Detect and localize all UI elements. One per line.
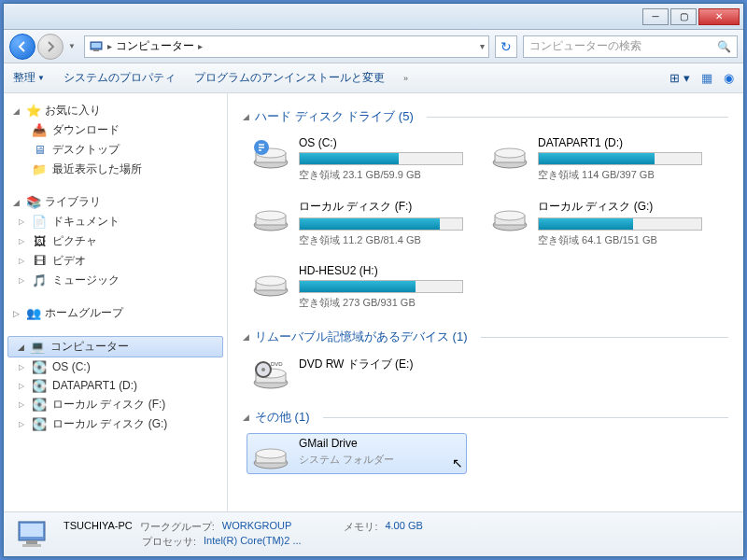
uninstall-programs-button[interactable]: プログラムのアンインストールと変更 [194,70,385,86]
sidebar-item-drive-f[interactable]: ▷ 💽 ローカル ディスク (F:) [4,395,227,414]
sidebar-item-documents[interactable]: ▷ 📄 ドキュメント [4,212,227,231]
svg-point-24 [261,368,265,371]
drive-capacity-bar [538,217,702,231]
drive-item[interactable]: HD-HESU2 (H:)空き領域 273 GB/931 GB [247,260,467,314]
music-icon: 🎵 [32,273,47,288]
drive-name: DVD RW ドライブ (E:) [299,357,463,372]
expand-icon: ▷ [19,257,24,265]
collapse-icon: ◢ [13,198,22,207]
search-placeholder: コンピューターの検索 [529,38,641,54]
drive-item[interactable]: OS (C:)空き領域 23.1 GB/59.9 GB [247,133,467,186]
titlebar: ─ ▢ ✕ [4,4,743,30]
sidebar-homegroup-header[interactable]: ▷ 👥 ホームグループ [4,303,227,323]
expand-icon: ▷ [19,420,24,428]
sidebar-computer-header[interactable]: ◢ 💻 コンピューター [7,336,223,357]
collapse-icon: ◢ [18,343,24,352]
drive-name: GMail Drive [299,437,444,450]
breadcrumb[interactable]: ▸ コンピューター ▸ ▾ [84,35,489,58]
details-pane: TSUCHIYA-PC ワークグループ: WORKGROUP メモリ: 4.00… [4,511,743,556]
maximize-button[interactable]: ▢ [670,8,697,25]
desktop-icon: 🖥 [32,143,47,158]
svg-point-18 [256,276,286,286]
expand-icon: ▷ [13,309,22,318]
hdd-icon [250,199,291,232]
history-dropdown[interactable]: ▼ [65,34,78,60]
sidebar-item-desktop[interactable]: 🖥 デスクトップ [4,140,227,160]
drive-space-text: 空き領域 273 GB/931 GB [299,296,463,310]
picture-icon: 🖼 [32,234,47,249]
drive-name: HD-HESU2 (H:) [299,264,463,277]
back-button[interactable] [9,34,35,60]
drive-item[interactable]: ローカル ディスク (F:)空き領域 11.2 GB/81.4 GB [247,195,467,251]
sidebar-item-recent[interactable]: 📁 最近表示した場所 [4,160,227,179]
drive-name: OS (C:) [299,136,463,149]
svg-point-15 [495,211,525,220]
drive-icon: 💽 [32,398,47,413]
main-content: ◢ ハード ディスク ドライブ (5) OS (C:)空き領域 23.1 GB/… [228,93,743,511]
sidebar-item-pictures[interactable]: ▷ 🖼 ピクチャ [4,231,227,251]
hdd-icon [250,136,291,170]
drive-capacity-bar [538,152,702,165]
drive-item[interactable]: DATAPART1 (D:)空き領域 114 GB/397 GB [486,133,706,186]
forward-button[interactable] [37,34,63,60]
drive-subtitle: システム フォルダー [299,453,444,467]
toolbar-chevron[interactable]: » [403,74,408,83]
minimize-button[interactable]: ─ [642,8,669,25]
hdd-icon [250,264,291,298]
drive-icon: 💽 [32,417,47,432]
sidebar-item-downloads[interactable]: 📥 ダウンロード [4,120,227,140]
expand-icon: ▷ [19,237,24,245]
sidebar-item-drive-g[interactable]: ▷ 💽 ローカル ディスク (G:) [4,414,227,434]
drive-icon [250,437,291,470]
sidebar: ◢ ⭐ お気に入り 📥 ダウンロード 🖥 デスクトップ 📁 最近表示した場所 [4,93,228,511]
collapse-icon: ◢ [13,106,22,116]
section-removable[interactable]: ◢ リムーバブル記憶域があるデバイス (1) [243,329,728,345]
close-button[interactable]: ✕ [698,8,740,25]
refresh-button[interactable]: ↻ [495,35,517,58]
collapse-icon: ◢ [243,332,249,342]
search-input[interactable]: コンピューターの検索 🔍 [523,35,738,58]
drive-space-text: 空き領域 64.1 GB/151 GB [538,233,702,247]
sidebar-libraries-header[interactable]: ◢ 📚 ライブラリ [4,192,227,212]
sidebar-item-drive-d[interactable]: ▷ 💽 DATAPART1 (D:) [4,376,227,395]
section-hdd[interactable]: ◢ ハード ディスク ドライブ (5) [243,108,728,125]
view-options-button[interactable]: ⊞ ▾ [669,71,690,85]
sidebar-item-videos[interactable]: ▷ 🎞 ビデオ [4,251,227,271]
svg-text:DVD: DVD [271,361,283,367]
drive-item[interactable]: DVDDVD RW ドライブ (E:) [247,353,467,394]
video-icon: 🎞 [32,254,47,269]
drive-space-text: 空き領域 114 GB/397 GB [538,168,702,182]
recent-icon: 📁 [32,162,47,177]
hdd-icon [489,199,530,232]
section-other[interactable]: ◢ その他 (1) [243,409,728,426]
homegroup-icon: 👥 [26,306,41,321]
drive-item[interactable]: ローカル ディスク (G:)空き領域 64.1 GB/151 GB [486,195,706,251]
toolbar: 整理 ▼ システムのプロパティ プログラムのアンインストールと変更 » ⊞ ▾ … [4,63,743,93]
download-icon: 📥 [32,123,47,138]
organize-menu[interactable]: 整理 ▼ [13,70,45,86]
chevron-icon: ▸ [198,41,203,51]
system-properties-button[interactable]: システムのプロパティ [63,70,176,86]
drive-icon: 💽 [32,359,47,374]
library-icon: 📚 [26,195,41,210]
search-icon: 🔍 [717,40,731,53]
computer-icon [15,518,52,552]
document-icon: 📄 [32,215,47,230]
sidebar-item-drive-c[interactable]: ▷ 💽 OS (C:) [4,357,227,376]
drive-name: DATAPART1 (D:) [538,136,702,149]
pc-name: TSUCHIYA-PC [63,520,133,534]
drive-item-gmail[interactable]: GMail Driveシステム フォルダー↖ [247,433,467,474]
sidebar-favorites-header[interactable]: ◢ ⭐ お気に入り [4,101,227,120]
svg-point-28 [256,449,286,458]
sidebar-item-music[interactable]: ▷ 🎵 ミュージック [4,271,227,290]
star-icon: ⭐ [26,104,41,119]
drive-capacity-bar [299,280,463,293]
help-button[interactable]: ◉ [724,71,734,85]
computer-icon: 💻 [30,340,45,355]
preview-pane-button[interactable]: ▦ [701,71,712,85]
chevron-down-icon[interactable]: ▾ [480,41,485,51]
svg-rect-31 [26,540,37,544]
svg-rect-2 [93,49,99,51]
collapse-icon: ◢ [243,112,249,121]
expand-icon: ▷ [19,382,24,390]
